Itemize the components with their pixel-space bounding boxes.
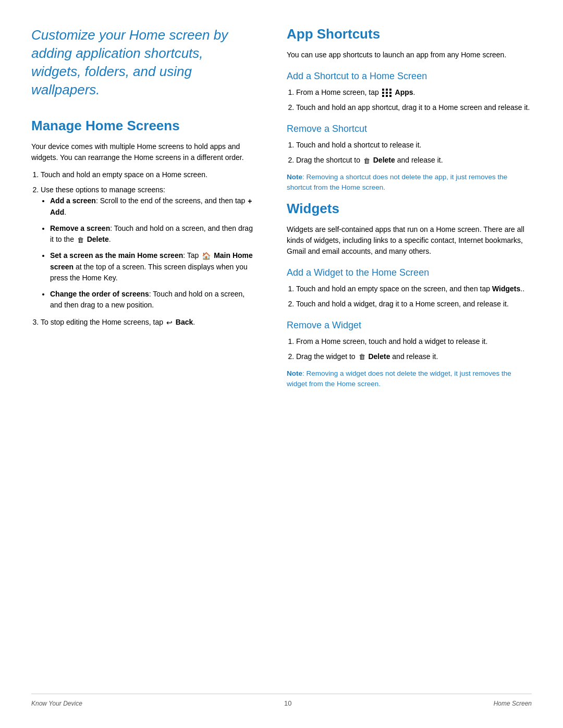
footer-right: Home Screen bbox=[494, 700, 532, 707]
remove-widget-note: Note: Removing a widget does not delete … bbox=[287, 368, 532, 390]
remove-widget-steps: From a Home screen, touch and hold a wid… bbox=[296, 336, 532, 362]
manage-intro-para: Your device comes with multiple Home scr… bbox=[31, 141, 255, 163]
manage-steps-list: Touch and hold an empty space on a Home … bbox=[41, 169, 255, 328]
remove-shortcut-steps: Touch and hold a shortcut to release it.… bbox=[296, 140, 532, 166]
back-icon: ↩ bbox=[166, 317, 173, 328]
manage-home-screens-title: Manage Home Screens bbox=[31, 118, 255, 134]
manage-bullet-main: Set a screen as the main Home screen: Ta… bbox=[50, 250, 255, 283]
add-shortcut-step-2: Touch and hold an app shortcut, drag it … bbox=[296, 102, 532, 113]
manage-bullets: Add a screen: Scroll to the end of the s… bbox=[50, 195, 255, 311]
plus-icon: + bbox=[248, 196, 252, 207]
add-widget-step-2: Touch and hold a widget, drag it to a Ho… bbox=[296, 299, 532, 310]
bullet-add-screen-label: Add a screen bbox=[50, 196, 96, 205]
add-widget-steps: Touch and hold an empty space on the scr… bbox=[296, 283, 532, 310]
manage-step-3: To stop editing the Home screens, tap ↩ … bbox=[41, 317, 255, 328]
trash-icon-shortcut: 🗑 bbox=[363, 156, 370, 166]
add-widget-title: Add a Widget to the Home Screen bbox=[287, 267, 532, 278]
manage-bullet-order: Change the order of screens: Touch and h… bbox=[50, 289, 255, 311]
widgets-title: Widgets bbox=[287, 201, 532, 217]
bullet-order-label: Change the order of screens bbox=[50, 290, 149, 298]
remove-shortcut-step-2: Drag the shortcut to 🗑 Delete and releas… bbox=[296, 155, 532, 166]
bullet-main-screen-label: Set a screen as the main Home screen bbox=[50, 251, 183, 260]
widgets-intro: Widgets are self-contained apps that run… bbox=[287, 224, 532, 257]
right-column: App Shortcuts You can use app shortcuts … bbox=[287, 26, 532, 673]
add-shortcut-title: Add a Shortcut to a Home Screen bbox=[287, 71, 532, 82]
remove-widget-step-2: Drag the widget to 🗑 Delete and release … bbox=[296, 351, 532, 362]
remove-widget-title: Remove a Widget bbox=[287, 320, 532, 331]
remove-shortcut-note: Note: Removing a shortcut does not delet… bbox=[287, 172, 532, 193]
footer: Know Your Device 10 Home Screen bbox=[31, 694, 532, 707]
app-shortcuts-title: App Shortcuts bbox=[287, 26, 532, 42]
note-label-widget: Note bbox=[287, 369, 302, 377]
remove-shortcut-step-1: Touch and hold a shortcut to release it. bbox=[296, 140, 532, 151]
manage-home-screens-section: Manage Home Screens Your device comes wi… bbox=[31, 118, 255, 328]
footer-left: Know Your Device bbox=[31, 700, 82, 707]
left-column: Customize your Home screen by adding app… bbox=[31, 26, 255, 673]
widgets-section: Widgets Widgets are self-contained apps … bbox=[287, 201, 532, 390]
note-label-shortcut: Note bbox=[287, 173, 302, 181]
manage-bullet-remove: Remove a screen: Touch and hold on a scr… bbox=[50, 223, 255, 245]
trash-icon-widget: 🗑 bbox=[359, 352, 365, 362]
apps-grid-icon bbox=[382, 89, 392, 97]
add-shortcut-steps: From a Home screen, tap Apps. Touch and … bbox=[296, 87, 532, 113]
manage-step-1: Touch and hold an empty space on a Home … bbox=[41, 169, 255, 180]
bullet-remove-screen-label: Remove a screen bbox=[50, 224, 110, 232]
footer-page-number: 10 bbox=[284, 699, 291, 707]
manage-step-2: Use these options to manage screens: Add… bbox=[41, 184, 255, 311]
trash-icon-remove-screen: 🗑 bbox=[77, 235, 84, 245]
main-content: Customize your Home screen by adding app… bbox=[31, 26, 532, 673]
home-icon: 🏠 bbox=[202, 251, 211, 262]
remove-shortcut-title: Remove a Shortcut bbox=[287, 124, 532, 134]
add-shortcut-step-1: From a Home screen, tap Apps. bbox=[296, 87, 532, 98]
remove-widget-step-1: From a Home screen, touch and hold a wid… bbox=[296, 336, 532, 347]
app-shortcuts-section: App Shortcuts You can use app shortcuts … bbox=[287, 26, 532, 193]
app-shortcuts-intro: You can use app shortcuts to launch an a… bbox=[287, 50, 532, 60]
page: Customize your Home screen by adding app… bbox=[0, 0, 563, 728]
manage-bullet-add: Add a screen: Scroll to the end of the s… bbox=[50, 195, 255, 218]
intro-text: Customize your Home screen by adding app… bbox=[31, 26, 255, 99]
add-widget-step-1: Touch and hold an empty space on the scr… bbox=[296, 283, 532, 294]
